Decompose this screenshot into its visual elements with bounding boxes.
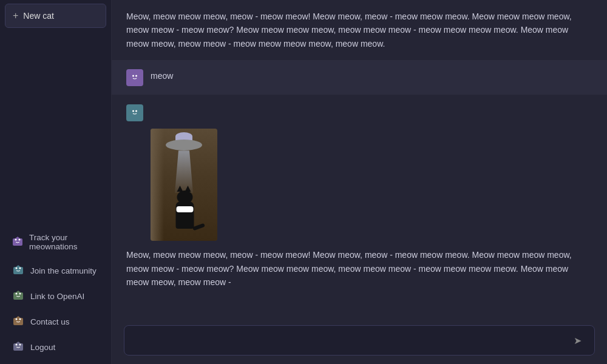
join-icon: [12, 265, 24, 277]
svg-rect-16: [13, 343, 23, 351]
logout-icon: [12, 341, 24, 353]
svg-rect-0: [13, 238, 22, 246]
cat-paws: [177, 206, 194, 212]
svg-point-23: [135, 75, 137, 77]
sidebar-item-track[interactable]: Track your meownations: [4, 228, 107, 257]
sidebar-item-contact-label: Contact us: [30, 317, 70, 326]
cat-ufo-art: [151, 129, 217, 241]
ai-message-2: Meow, meow meow meow, meow - meow meow! …: [112, 95, 607, 298]
sidebar-item-link-label: Link to OpenAI: [30, 292, 84, 301]
chat-input[interactable]: [133, 335, 564, 345]
svg-point-27: [135, 110, 137, 112]
svg-rect-4: [13, 267, 23, 274]
send-button[interactable]: ➤: [569, 332, 586, 349]
svg-point-26: [132, 110, 134, 112]
svg-rect-24: [129, 109, 140, 117]
user-message-1-text: meow: [151, 69, 173, 83]
svg-point-11: [19, 293, 21, 295]
svg-point-3: [19, 239, 21, 241]
svg-rect-12: [13, 318, 23, 325]
ai-message-2-text: Meow, meow meow meow, meow - meow meow! …: [126, 248, 592, 289]
svg-point-14: [16, 318, 18, 320]
wall-left: [151, 129, 164, 241]
ai-message-2-header: [126, 104, 592, 121]
svg-point-15: [19, 318, 21, 320]
user-avatar: [126, 69, 143, 86]
sidebar-item-track-label: Track your meownations: [29, 233, 99, 251]
link-icon: [12, 290, 24, 302]
chat-area[interactable]: Meow, meow meow meow, meow - meow meow! …: [112, 0, 607, 318]
svg-point-2: [15, 239, 17, 241]
ai-message-1-text: Meow, meow meow meow, meow - meow meow! …: [126, 10, 592, 50]
svg-marker-13: [16, 316, 21, 318]
sidebar-item-logout[interactable]: Logout: [4, 335, 107, 359]
svg-rect-8: [13, 292, 23, 300]
sidebar-nav: Track your meownations Join the catmunit…: [0, 222, 111, 364]
svg-marker-1: [15, 237, 20, 238]
contact-icon: [12, 315, 24, 328]
track-icon: [12, 236, 23, 248]
sidebar-item-join[interactable]: Join the catmunity: [4, 259, 107, 282]
send-icon: ➤: [574, 335, 582, 346]
sidebar-item-contact[interactable]: Contact us: [4, 310, 107, 333]
ai-message-1: Meow, meow meow meow, meow - meow meow! …: [112, 0, 607, 61]
user-message-1: meow: [112, 61, 607, 95]
ufo-body: [166, 140, 202, 150]
svg-marker-17: [16, 342, 21, 343]
sidebar: + New cat Track your meownations: [0, 0, 112, 364]
cat-silhouette: [176, 201, 194, 229]
svg-point-19: [19, 344, 21, 346]
ai-avatar: [126, 104, 143, 121]
sidebar-item-link[interactable]: Link to OpenAI: [4, 285, 107, 308]
main-content: Meow, meow meow meow, meow - meow meow! …: [112, 0, 607, 364]
new-cat-label: New cat: [23, 11, 54, 21]
svg-marker-9: [16, 291, 21, 292]
svg-point-7: [19, 268, 21, 269]
chat-input-wrapper: ➤: [124, 325, 595, 356]
cat-ufo-image: [151, 129, 217, 241]
input-area: ➤: [112, 318, 607, 364]
sidebar-item-logout-label: Logout: [30, 343, 55, 352]
sidebar-spacer: [0, 32, 111, 222]
cat-tail: [192, 223, 205, 231]
svg-point-22: [132, 75, 134, 77]
svg-point-18: [16, 344, 18, 346]
svg-rect-20: [129, 74, 140, 82]
svg-marker-21: [132, 72, 138, 74]
svg-marker-5: [16, 265, 21, 267]
svg-marker-25: [132, 107, 138, 109]
sidebar-item-join-label: Join the catmunity: [30, 266, 97, 275]
svg-point-10: [16, 293, 18, 295]
cat-body: [176, 201, 194, 229]
new-cat-button[interactable]: + New cat: [5, 4, 106, 28]
plus-icon: +: [13, 10, 18, 21]
ufo: [166, 140, 202, 150]
svg-point-6: [16, 268, 18, 269]
